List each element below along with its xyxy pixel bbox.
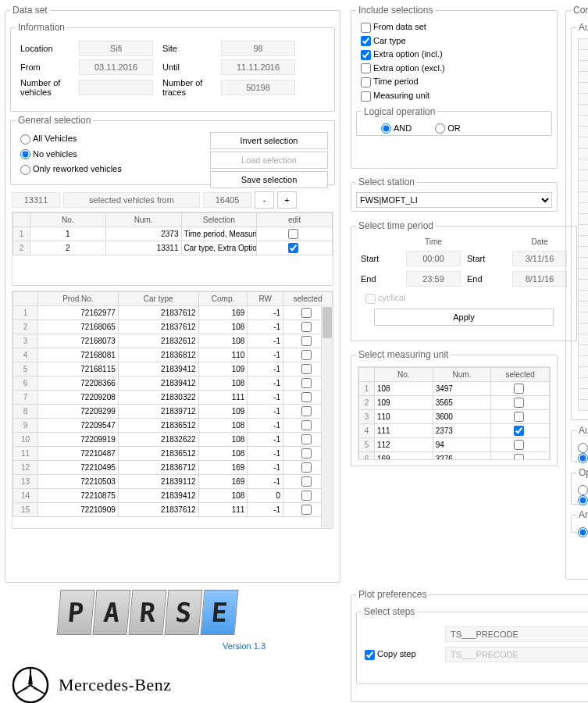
radio-reworked-vehicles[interactable]: Only reworked vehicles xyxy=(20,164,204,175)
data-table[interactable]: Prod.No.Car typeComp.RWselected172162977… xyxy=(12,291,333,529)
auswa-row-14[interactable]: 14 xyxy=(578,180,588,192)
auswa-row-15[interactable]: 15 xyxy=(578,191,588,203)
scrollbar[interactable] xyxy=(321,305,333,528)
step1-input[interactable] xyxy=(445,626,588,642)
edit-checkbox[interactable] xyxy=(288,243,298,253)
include-measuring-unit[interactable]: Measuring unit xyxy=(361,91,547,102)
measunit-row[interactable]: 61693276 xyxy=(359,452,550,461)
auswa-row-16[interactable]: 16 xyxy=(578,202,588,214)
selected-checkbox[interactable] xyxy=(301,434,312,444)
time-start-input[interactable] xyxy=(406,251,461,266)
auswa-row-12[interactable]: 12 xyxy=(578,159,588,170)
auswa-row-24[interactable]: 24 xyxy=(578,290,588,302)
data-row[interactable]: 1472210875218394121080 xyxy=(13,489,333,503)
save-selection-button[interactable]: Save selection xyxy=(210,171,328,188)
cyclical-checkbox[interactable]: cyclical xyxy=(365,293,562,304)
auswa-row-30[interactable]: 30 xyxy=(578,355,588,367)
measunit-selected-checkbox[interactable] xyxy=(514,440,524,450)
auswa-row-21[interactable]: 21 xyxy=(578,257,588,269)
auswa-row-2[interactable]: 2 xyxy=(578,49,588,61)
auswa-row-7[interactable]: 7 xyxy=(578,104,588,116)
auswa-row-29[interactable]: 29 xyxy=(578,344,588,356)
selected-checkbox[interactable] xyxy=(301,491,312,501)
site-input[interactable] xyxy=(221,41,295,56)
data-row[interactable]: 87220929921839712109-1 xyxy=(13,405,333,419)
data-row[interactable]: 57216811521839412109-1 xyxy=(13,362,333,376)
measuring-unit-table[interactable]: No.Num.selected1108349721093565311036004… xyxy=(358,366,551,460)
data-row[interactable]: 67220836621839412108-1 xyxy=(13,376,333,391)
auswa-row-25[interactable]: 25 xyxy=(578,301,588,312)
total-count-input[interactable] xyxy=(203,192,251,208)
auswa-row-5[interactable]: 5 xyxy=(578,82,588,94)
include-extra-option-excl-[interactable]: Extra option (excl.) xyxy=(361,63,547,74)
auswa-row-17[interactable]: 17 xyxy=(578,213,588,225)
measunit-selected-checkbox[interactable] xyxy=(514,398,524,408)
auswa-row-8[interactable]: 8 xyxy=(578,115,588,127)
measunit-selected-checkbox[interactable] xyxy=(514,412,524,422)
data-row[interactable]: 117221048721836512108-1 xyxy=(13,447,333,461)
auswa-row-32[interactable]: 32 xyxy=(578,377,588,389)
selected-checkbox[interactable] xyxy=(301,462,312,473)
selected-checkbox[interactable] xyxy=(301,476,312,487)
data-row[interactable]: 27216806521837612108-1 xyxy=(13,320,333,334)
data-row[interactable]: 47216808121836812110-1 xyxy=(13,348,333,362)
auswa-row-23[interactable]: 23 xyxy=(578,279,588,291)
auswa-row-22[interactable]: 22 xyxy=(578,268,588,280)
include-from-data-set[interactable]: From data set xyxy=(361,22,547,33)
date-end-input[interactable] xyxy=(512,271,567,287)
selected-checkbox[interactable] xyxy=(301,364,312,374)
data-row[interactable]: 97220954721836512108-1 xyxy=(13,419,333,433)
selection-table[interactable]: No.Num.Selectionedit112373Time period, M… xyxy=(12,212,333,286)
data-row[interactable]: 127221049521836712169-1 xyxy=(13,461,333,475)
artd-radio[interactable] xyxy=(578,527,588,537)
location-input[interactable] xyxy=(79,41,153,56)
numtr-input[interactable] xyxy=(221,80,295,95)
selected-checkbox[interactable] xyxy=(301,420,312,430)
date-start-input[interactable] xyxy=(512,251,567,266)
load-selection-button[interactable]: Load selection xyxy=(210,152,328,169)
auswa-row-33[interactable]: 33 xyxy=(578,388,588,400)
include-extra-option-incl-[interactable]: Extra option (incl.) xyxy=(361,49,547,60)
auswa-row-31[interactable]: 31 xyxy=(578,366,588,378)
edit-checkbox[interactable] xyxy=(288,229,298,239)
measunit-selected-checkbox[interactable] xyxy=(514,454,524,460)
data-row[interactable]: 157221090921837612111-1 xyxy=(13,503,333,517)
selected-checkbox[interactable] xyxy=(301,308,312,318)
invert-selection-button[interactable]: Invert selection xyxy=(210,132,328,149)
measunit-selected-checkbox[interactable] xyxy=(514,426,524,436)
selected-checkbox[interactable] xyxy=(301,406,312,416)
selection-row[interactable]: 112373Time period, Measuring unit, xyxy=(13,227,333,241)
measunit-row[interactable]: 21093565 xyxy=(359,396,550,410)
auswa-row-10[interactable]: 10 xyxy=(578,137,588,148)
auswa-row-20[interactable]: 20 xyxy=(578,246,588,258)
selected-checkbox[interactable] xyxy=(301,448,312,459)
auswa-row-19[interactable]: 19 xyxy=(578,235,588,247)
data-row[interactable]: 77220920821830322111-1 xyxy=(13,391,333,405)
measunit-row[interactable]: 511294 xyxy=(359,438,550,452)
opti-radio-1[interactable] xyxy=(578,485,588,495)
opti-radio-2[interactable] xyxy=(578,495,588,505)
data-row[interactable]: 17216297721837612169-1 xyxy=(13,306,333,320)
scrollbar-thumb[interactable] xyxy=(323,307,332,338)
auswa-row-13[interactable]: 13 xyxy=(578,170,588,181)
selected-checkbox[interactable] xyxy=(301,505,312,515)
measunit-row[interactable]: 41112373 xyxy=(359,424,550,438)
auswa-row-6[interactable]: 6 xyxy=(578,93,588,105)
selected-checkbox[interactable] xyxy=(301,392,312,402)
auswa-row-3[interactable]: 3 xyxy=(578,60,588,72)
measunit-row[interactable]: 31103600 xyxy=(359,410,550,424)
selected-checkbox[interactable] xyxy=(301,350,312,360)
auswa-row-4[interactable]: 4 xyxy=(578,71,588,83)
auswa-row-9[interactable]: 9 xyxy=(578,126,588,137)
auswa-row-18[interactable]: 18 xyxy=(578,224,588,236)
selected-checkbox[interactable] xyxy=(301,378,312,388)
ausv-radio-1[interactable] xyxy=(578,443,588,453)
auswa-row-26[interactable]: 26 xyxy=(578,312,588,323)
apply-button[interactable]: Apply xyxy=(374,309,554,326)
include-car-type[interactable]: Car type xyxy=(361,36,547,47)
selected-checkbox[interactable] xyxy=(301,336,312,346)
auswa-row-34[interactable]: 34 xyxy=(578,399,588,411)
step2-input[interactable] xyxy=(445,647,588,662)
radio-and[interactable]: AND xyxy=(381,123,412,134)
until-input[interactable] xyxy=(221,59,295,75)
